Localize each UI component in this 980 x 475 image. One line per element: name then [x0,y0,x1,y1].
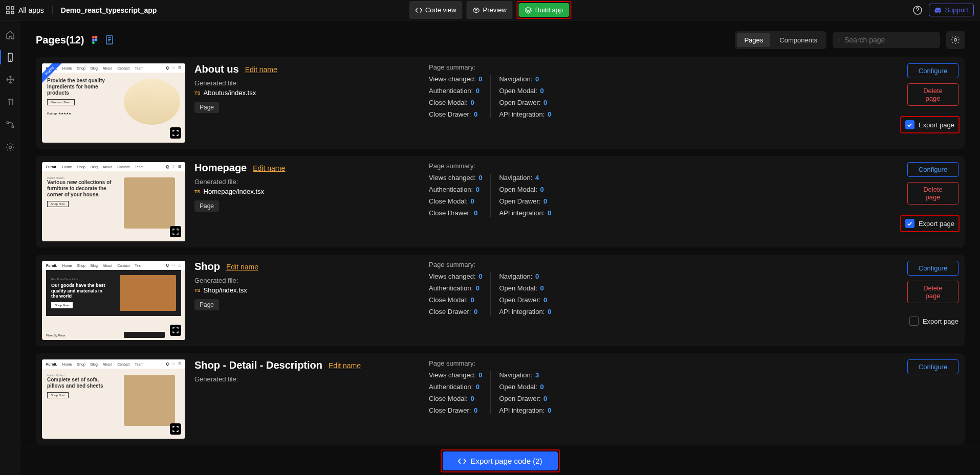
configure-button[interactable]: Configure [907,63,959,78]
export-page-label: Export page [919,121,954,129]
svg-point-14 [95,38,97,41]
code-view-button[interactable]: Code view [409,1,463,19]
export-checkbox[interactable] [909,316,919,326]
flow-icon [6,120,15,129]
edit-name-link[interactable]: Edit name [253,164,285,172]
page-thumbnail[interactable]: HomeFurnit.HomeShopBlogAboutContactTeamQ… [42,63,185,143]
delete-page-button[interactable]: Delete page [907,281,959,303]
ts-badge: TS [194,189,201,194]
delete-page-button[interactable]: Delete page [907,83,959,106]
page-summary-label: Page summary: [429,359,559,367]
stat-close-modal: Close Modal: 0 [429,395,482,402]
search-box[interactable] [833,32,940,48]
stat-close-modal: Close Modal: 0 [429,296,482,304]
page-settings[interactable] [946,31,965,49]
layers-icon [525,7,532,14]
support-label: Support [945,6,968,14]
support-button[interactable]: Support [929,4,974,16]
document-icon[interactable] [105,35,114,44]
stat-close-drawer: Close Drawer: 0 [429,406,482,414]
expand-icon[interactable] [170,226,181,237]
sidebar-move[interactable] [0,70,20,90]
figma-icon[interactable] [91,36,99,44]
page-name: Homepage [194,162,247,174]
page-thumbnail[interactable]: Furnit.HomeShopBlogAboutContactTeamQ♡☰In… [42,162,185,241]
configure-button[interactable]: Configure [907,359,959,374]
page-type-badge: Page [194,102,219,113]
page-row: HomeFurnit.HomeShopBlogAboutContactTeamQ… [36,57,965,149]
all-apps-link[interactable]: All apps [6,6,44,14]
edit-name-link[interactable]: Edit name [226,263,258,271]
export-page-code-label: Export page code (2) [470,457,542,465]
tab-components[interactable]: Components [772,33,824,47]
stat-close-modal: Close Modal: 0 [429,197,482,205]
export-page-label: Export page [923,318,959,325]
edit-name-link[interactable]: Edit name [329,361,361,370]
expand-icon[interactable] [170,127,181,139]
page-row: Furnit.HomeShopBlogAboutContactTeamQ♡☰In… [36,353,965,445]
expand-icon[interactable] [170,325,181,336]
stat-api-integration: API integration: 0 [499,308,551,315]
svg-point-4 [475,9,477,11]
page-thumbnail[interactable]: Furnit.HomeShopBlogAboutContactTeamQ♡☰Be… [42,261,185,340]
generated-file-label: Generated file: [194,277,420,284]
stat-authentication: Authentication: 0 [429,383,482,391]
expand-icon[interactable] [170,423,181,435]
stat-views-changed: Views changed: 0 [429,75,482,83]
svg-point-12 [95,36,97,38]
stat-open-modal: Open Modal: 0 [499,284,551,292]
sidebar-home[interactable] [0,25,20,45]
all-apps-label: All apps [18,6,44,14]
stat-close-modal: Close Modal: 0 [429,99,482,106]
move-icon [6,75,15,84]
ts-badge: TS [194,288,201,293]
export-page-row: Export page [901,117,959,132]
sidebar-text[interactable] [0,92,20,112]
stat-open-drawer: Open Drawer: 0 [499,296,551,304]
svg-point-13 [92,38,94,41]
generated-file-label: Generated file: [194,79,420,87]
export-checkbox[interactable] [905,219,914,228]
svg-point-8 [7,122,9,124]
page-type-badge: Page [194,200,219,212]
preview-label: Preview [483,6,507,14]
sidebar-pages[interactable] [0,47,20,67]
tab-pages[interactable]: Pages [737,33,770,47]
gear-icon [951,35,960,44]
page-summary-label: Page summary: [429,261,559,268]
stat-navigation: Navigation: 3 [499,371,551,379]
stat-close-drawer: Close Drawer: 0 [429,110,482,118]
edit-name-link[interactable]: Edit name [245,65,277,74]
svg-point-17 [839,39,840,40]
stat-navigation: Navigation: 4 [499,174,551,182]
sidebar-settings[interactable] [0,137,20,157]
pages-heading: Pages(12) [36,34,84,46]
gear-icon [6,143,15,152]
stat-api-integration: API integration: 0 [499,406,551,414]
eye-icon [473,7,480,14]
help-icon[interactable] [912,5,923,15]
page-thumbnail[interactable]: Furnit.HomeShopBlogAboutContactTeamQ♡☰In… [42,359,185,439]
delete-page-button[interactable]: Delete page [907,182,959,205]
build-app-button[interactable]: Build app [519,3,569,17]
configure-button[interactable]: Configure [907,162,959,177]
svg-rect-1 [11,7,14,9]
export-checkbox[interactable] [905,120,914,129]
stat-open-modal: Open Modal: 0 [499,87,551,95]
svg-rect-3 [11,11,14,14]
stat-views-changed: Views changed: 0 [429,273,482,280]
stat-api-integration: API integration: 0 [499,110,551,118]
svg-rect-16 [106,36,113,44]
preview-button[interactable]: Preview [467,1,513,19]
sidebar-flow[interactable] [0,115,20,135]
svg-rect-2 [7,11,9,14]
export-page-label: Export page [919,220,954,228]
export-page-code-button[interactable]: Export page code (2) [443,451,557,470]
stat-open-drawer: Open Drawer: 0 [499,99,551,106]
configure-button[interactable]: Configure [907,261,959,276]
code-icon [415,7,422,14]
svg-point-15 [92,41,94,44]
search-input[interactable] [844,36,934,44]
mobile-icon [6,53,15,62]
file-path: Aboutus/index.tsx [204,89,256,97]
